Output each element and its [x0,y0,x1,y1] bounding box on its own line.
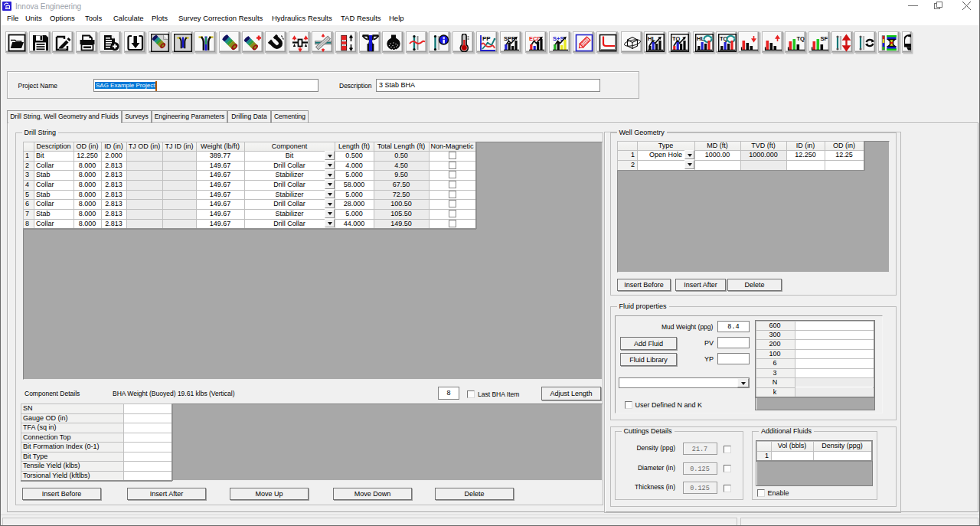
svg-text:HL: HL [648,35,655,42]
svg-text:TQ: TQ [797,35,805,42]
svg-text:PP: PP [482,35,491,42]
svg-text:SF: SF [821,35,828,42]
svg-text:TQ: TQ [672,35,681,42]
